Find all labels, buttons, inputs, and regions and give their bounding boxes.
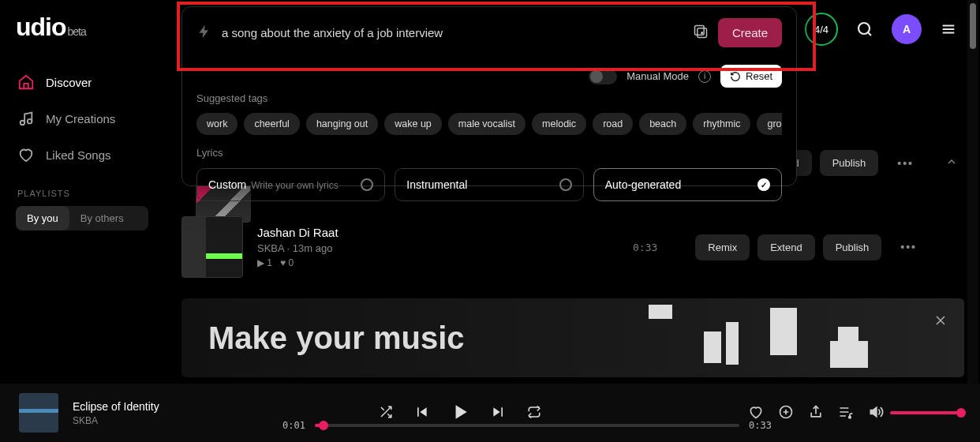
- svg-point-6: [858, 23, 870, 34]
- now-playing-title[interactable]: Eclipse of Identity: [73, 400, 159, 413]
- search-icon[interactable]: [849, 13, 881, 45]
- randomize-icon[interactable]: [693, 24, 709, 42]
- tag-chip[interactable]: melodic: [532, 113, 586, 135]
- manual-mode-label: Manual Mode: [627, 70, 689, 82]
- nav-liked-label: Liked Songs: [46, 148, 111, 162]
- logo: udiobeta: [9, 13, 148, 42]
- tag-chip[interactable]: work: [196, 113, 238, 135]
- sidebar: udiobeta Discover My Creations Liked Son…: [0, 0, 158, 442]
- lyrics-option-auto[interactable]: Auto-generated: [593, 168, 782, 201]
- total-time: 0:33: [749, 420, 772, 431]
- tags-row: work cheerful hanging out wake up male v…: [196, 112, 782, 136]
- tag-chip[interactable]: cheerful: [244, 113, 299, 135]
- volume-control[interactable]: [868, 404, 961, 422]
- nav-my-creations-label: My Creations: [46, 112, 115, 125]
- now-playing-artist[interactable]: SKBA: [73, 415, 159, 426]
- tag-chip[interactable]: wake up: [384, 113, 442, 135]
- track-stats: ▶ 1 ♥ 0: [257, 257, 339, 268]
- add-icon[interactable]: [778, 404, 794, 422]
- menu-icon[interactable]: [933, 13, 964, 45]
- elapsed-time: 0:01: [282, 420, 305, 431]
- more-icon[interactable]: •••: [889, 241, 928, 253]
- home-icon: [17, 73, 35, 91]
- prompt-panel: Create Manual Mode i Reset Suggested tag…: [181, 6, 797, 186]
- lyrics-option-custom[interactable]: CustomWrite your own lyrics: [196, 168, 385, 201]
- tag-chip[interactable]: male vocalist: [448, 113, 526, 135]
- bolt-icon: [196, 24, 212, 42]
- lyrics-option-instrumental[interactable]: Instrumental: [395, 168, 583, 201]
- playlists-header: PLAYLISTS: [9, 173, 148, 206]
- progress-bar[interactable]: 0:01 0:33: [282, 420, 772, 431]
- tag-chip[interactable]: hanging out: [306, 113, 378, 135]
- queue-icon[interactable]: [838, 404, 854, 422]
- now-playing-art[interactable]: [19, 393, 58, 433]
- main: 4/4 A Extend Publish •••: [158, 0, 980, 442]
- player-bar: Eclipse of Identity SKBA 0:01 0:33: [0, 384, 980, 442]
- track-row: Jashan Di Raat SKBA · 13m ago ▶ 1 ♥ 0 0:…: [181, 207, 964, 287]
- promo-banner: Make your music: [181, 298, 964, 377]
- publish-button[interactable]: Publish: [823, 234, 882, 260]
- repeat-icon[interactable]: [527, 405, 541, 421]
- nav-liked-songs[interactable]: Liked Songs: [9, 137, 148, 173]
- playlist-by-you[interactable]: By you: [16, 206, 69, 230]
- radio-selected-icon: [757, 178, 770, 191]
- reset-button[interactable]: Reset: [720, 65, 782, 88]
- scrollbar-thumb[interactable]: [970, 3, 976, 49]
- topbar: 4/4 A: [805, 13, 964, 46]
- track-meta: SKBA · 13m ago: [257, 242, 339, 254]
- banner-headline: Make your music: [208, 320, 465, 356]
- info-icon[interactable]: i: [698, 70, 711, 83]
- radio-icon: [361, 178, 373, 191]
- svg-point-9: [701, 32, 703, 34]
- create-button[interactable]: Create: [718, 18, 782, 47]
- nav-discover[interactable]: Discover: [9, 64, 148, 100]
- remix-button[interactable]: Remix: [695, 234, 750, 260]
- credits-badge[interactable]: 4/4: [805, 13, 838, 46]
- heart-icon: [17, 146, 35, 163]
- suggested-tags-label: Suggested tags: [196, 92, 782, 104]
- shuffle-icon[interactable]: [379, 405, 393, 421]
- tag-chip[interactable]: beach: [639, 113, 686, 135]
- banner-art: [601, 305, 901, 371]
- manual-mode-toggle[interactable]: [589, 69, 617, 84]
- nav-discover-label: Discover: [46, 76, 92, 89]
- playlist-filter-toggle: By you By others: [16, 206, 148, 230]
- close-icon[interactable]: [933, 313, 948, 331]
- tag-chip[interactable]: rhythmic: [693, 113, 750, 135]
- scrollbar[interactable]: [967, 0, 978, 442]
- volume-icon[interactable]: [868, 404, 884, 422]
- lyrics-label: Lyrics: [196, 147, 782, 159]
- music-note-icon: [17, 110, 35, 127]
- svg-point-11: [849, 416, 851, 418]
- share-icon[interactable]: [808, 404, 824, 422]
- tag-chip[interactable]: road: [593, 113, 633, 135]
- more-icon[interactable]: •••: [886, 157, 925, 170]
- avatar[interactable]: A: [892, 14, 922, 44]
- tag-chip[interactable]: groovy: [757, 113, 782, 135]
- publish-button[interactable]: Publish: [820, 150, 879, 176]
- track-art[interactable]: [181, 216, 243, 278]
- prompt-input[interactable]: [222, 26, 683, 39]
- playlist-by-others[interactable]: By others: [69, 206, 135, 230]
- extend-button[interactable]: Extend: [757, 234, 814, 260]
- track-title[interactable]: Jashan Di Raat: [257, 226, 339, 239]
- nav-my-creations[interactable]: My Creations: [9, 100, 148, 137]
- track-duration: 0:33: [633, 242, 657, 253]
- radio-icon: [559, 178, 572, 191]
- chevron-up-icon[interactable]: [939, 155, 964, 170]
